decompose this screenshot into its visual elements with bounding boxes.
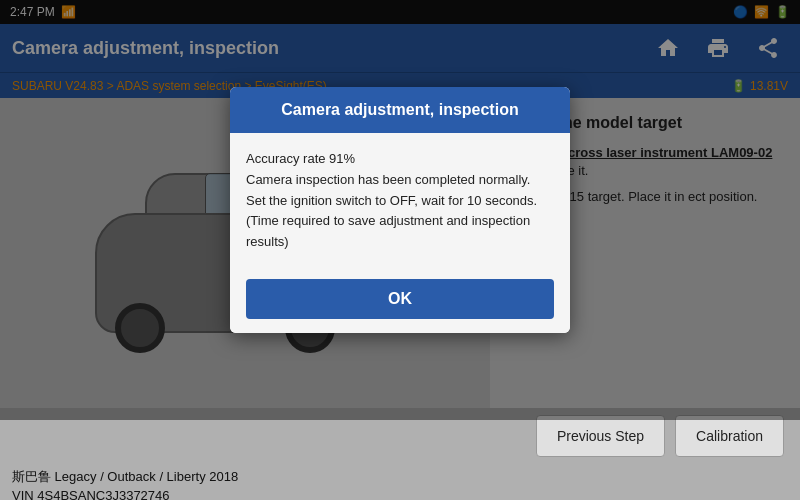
previous-step-button[interactable]: Previous Step [536, 415, 665, 457]
modal-footer: OK [230, 269, 570, 333]
modal-title: Camera adjustment, inspection [281, 101, 518, 118]
calibration-button[interactable]: Calibration [675, 415, 784, 457]
instruction-line: Set the ignition switch to OFF, wait for… [246, 193, 537, 250]
accuracy-line: Accuracy rate 91% [246, 151, 355, 166]
modal-ok-button[interactable]: OK [246, 279, 554, 319]
modal-dialog: Camera adjustment, inspection Accuracy r… [230, 87, 570, 333]
device-line1: 斯巴鲁 Legacy / Outback / Liberty 2018 [12, 467, 788, 487]
modal-overlay: Camera adjustment, inspection Accuracy r… [0, 0, 800, 420]
modal-message: Accuracy rate 91% Camera inspection has … [246, 149, 554, 253]
device-info: 斯巴鲁 Legacy / Outback / Liberty 2018 VIN … [0, 464, 800, 500]
modal-body: Accuracy rate 91% Camera inspection has … [230, 133, 570, 269]
completion-line: Camera inspection has been completed nor… [246, 172, 530, 187]
device-line2: VIN 4S4BSANC3J3372746 [12, 486, 788, 500]
modal-header: Camera adjustment, inspection [230, 87, 570, 133]
